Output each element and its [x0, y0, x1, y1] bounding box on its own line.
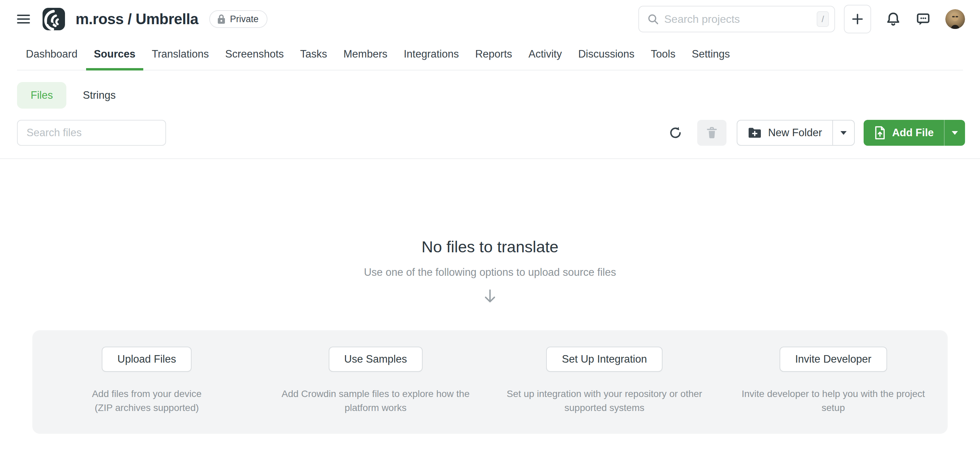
refresh-icon — [668, 125, 683, 140]
create-project-button[interactable] — [844, 5, 871, 34]
tab-tasks[interactable]: Tasks — [299, 38, 328, 70]
new-folder-label: New Folder — [768, 127, 822, 139]
file-upload-icon — [874, 126, 886, 140]
use-samples-button[interactable]: Use Samples — [329, 347, 423, 372]
upload-files-button[interactable]: Upload Files — [102, 347, 192, 372]
top-header: m.ross / Umbrella Private / — [0, 0, 980, 38]
empty-state-subtitle: Use one of the following options to uplo… — [0, 266, 980, 278]
invite-developer-description: Invite developer to help you with the pr… — [731, 387, 935, 415]
set-up-integration-description: Set up integration with your repository … — [495, 387, 713, 415]
tab-members[interactable]: Members — [343, 38, 388, 70]
set-up-integration-button[interactable]: Set Up Integration — [546, 347, 662, 372]
upload-options-panel: Upload Files Add files from your device … — [32, 330, 948, 434]
add-file-label: Add File — [892, 127, 934, 139]
bell-icon — [885, 11, 901, 27]
search-icon — [647, 13, 659, 25]
chevron-down-icon — [952, 131, 958, 135]
crowdin-logo[interactable] — [42, 8, 65, 30]
trash-icon — [705, 126, 718, 140]
sources-subnav: Files Strings — [17, 82, 980, 109]
tab-tools[interactable]: Tools — [650, 38, 676, 70]
tab-sources[interactable]: Sources — [93, 38, 136, 70]
delete-button[interactable] — [697, 120, 727, 146]
down-arrow-icon — [482, 288, 498, 304]
user-avatar[interactable] — [945, 9, 965, 29]
new-folder-button[interactable]: New Folder — [737, 121, 832, 145]
project-search: / — [638, 6, 835, 32]
privacy-badge: Private — [209, 10, 267, 28]
option-set-up-integration: Set Up Integration Set up integration wi… — [490, 347, 719, 415]
lock-icon — [217, 14, 226, 24]
invite-developer-button[interactable]: Invite Developer — [780, 347, 887, 372]
avatar-photo — [945, 9, 965, 29]
tab-dashboard[interactable]: Dashboard — [25, 38, 78, 70]
plus-icon — [851, 13, 864, 26]
empty-state-title: No files to translate — [0, 237, 980, 256]
upload-files-description: Add files from your device (ZIP archives… — [86, 387, 208, 415]
option-upload-files: Upload Files Add files from your device … — [32, 347, 261, 415]
content-divider — [0, 158, 980, 159]
tab-screenshots[interactable]: Screenshots — [224, 38, 285, 70]
search-shortcut-chip: / — [817, 11, 829, 27]
use-samples-description: Add Crowdin sample files to explore how … — [272, 387, 479, 415]
refresh-button[interactable] — [668, 125, 683, 140]
privacy-badge-label: Private — [230, 14, 259, 24]
messages-button[interactable] — [915, 11, 931, 27]
project-title[interactable]: m.ross / Umbrella — [76, 11, 198, 27]
project-nav-tabs: Dashboard Sources Translations Screensho… — [17, 38, 963, 70]
notifications-button[interactable] — [885, 11, 901, 27]
hamburger-icon[interactable] — [17, 12, 30, 26]
tab-settings[interactable]: Settings — [691, 38, 730, 70]
tab-activity[interactable]: Activity — [528, 38, 563, 70]
add-file-button[interactable]: Add File — [864, 120, 944, 146]
option-use-samples: Use Samples Add Crowdin sample files to … — [261, 347, 490, 415]
add-file-split-button: Add File — [864, 120, 965, 146]
add-file-dropdown[interactable] — [944, 120, 965, 146]
subnav-files[interactable]: Files — [17, 82, 66, 109]
project-search-input[interactable] — [664, 13, 817, 26]
chat-icon — [915, 11, 931, 27]
tab-reports[interactable]: Reports — [474, 38, 513, 70]
tab-integrations[interactable]: Integrations — [403, 38, 460, 70]
tab-discussions[interactable]: Discussions — [578, 38, 635, 70]
subnav-strings[interactable]: Strings — [83, 89, 115, 101]
folder-plus-icon — [748, 127, 762, 139]
new-folder-split-button: New Folder — [737, 120, 855, 146]
chevron-down-icon — [840, 131, 846, 135]
tab-translations[interactable]: Translations — [151, 38, 210, 70]
empty-state: No files to translate Use one of the fol… — [0, 237, 980, 306]
new-folder-dropdown[interactable] — [832, 121, 854, 145]
files-search-input[interactable] — [17, 120, 166, 146]
option-invite-developer: Invite Developer Invite developer to hel… — [719, 347, 948, 415]
files-toolbar: New Folder Add File — [17, 120, 965, 146]
